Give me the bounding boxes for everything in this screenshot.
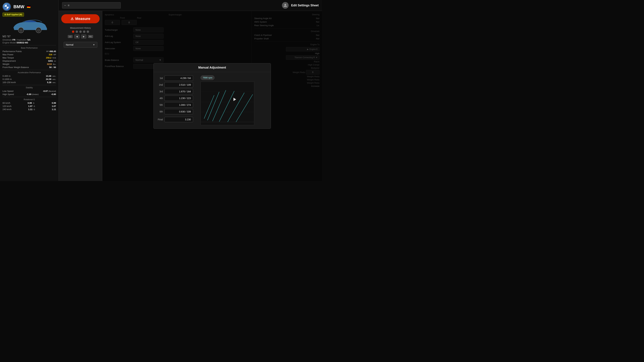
svg-point-4: [20, 29, 22, 31]
r1-badge: R1: [88, 35, 93, 38]
rotational-title: Rotational G: [2, 98, 56, 101]
bop-badge: ⚖ BoP Applied (M): [2, 12, 24, 16]
l1-badge: L1: [68, 35, 72, 38]
measure-button[interactable]: ⚠ Measure: [61, 14, 100, 23]
left-panel: BMW BMW 🇩🇪 ⚖ BoP Applied (M) M3: [0, 0, 59, 181]
gear-value-6[interactable]: 0.830 / 339: [164, 109, 193, 114]
base-performance-title: Base Performance: [2, 47, 56, 49]
top-bar: -- ≡ Edit Settings Sheet: [59, 0, 322, 11]
flag-icon: 🇩🇪: [27, 5, 30, 8]
svg-line-15: [219, 91, 234, 122]
modal-overlay[interactable]: Manual Adjustment 1st 4.230 / 64 2nd 2.5…: [102, 11, 322, 181]
rpm-badge: 7500 rpm: [200, 75, 214, 80]
gear-row-2: 2nd 2.510 / 109: [157, 82, 200, 87]
gear-value-3[interactable]: 1.670 / 164: [164, 89, 193, 94]
svg-point-7: [284, 4, 286, 5]
accel-title: Acceleration Performance: [2, 71, 56, 74]
prev-button[interactable]: ◀: [74, 34, 80, 38]
pp-row: Performance Points PP 498.45: [2, 50, 56, 53]
svg-line-14: [212, 90, 226, 121]
measurement-history: Measurement History L1 ◀ ▶ R1: [68, 27, 93, 38]
stability-title: Stability: [2, 86, 56, 89]
svg-line-16: [228, 93, 244, 122]
brand-header: BMW BMW 🇩🇪: [2, 2, 56, 11]
low-speed-row: Low Speed -0.07 (Neutral): [2, 90, 56, 92]
gear-value-5[interactable]: 1.000 / 274: [164, 102, 193, 108]
search-text: --: [64, 4, 66, 7]
edit-settings-button[interactable]: Edit Settings Sheet: [291, 4, 319, 7]
car-model: M3 '97: [2, 35, 56, 38]
gear-row-4: 4th 1.230 / 223: [157, 95, 200, 101]
fw-balance-row: Front-Rear Weight Balance 50 : 50: [2, 66, 56, 68]
modal-body: 1st 4.230 / 64 2nd 2.510 / 109 3rd 1.670…: [154, 72, 271, 129]
menu-icon[interactable]: ≡: [68, 4, 70, 7]
max-torque-row: Max Torque 258.2 ft-lb: [2, 56, 56, 59]
modal-title: Manual Adjustment: [154, 63, 271, 72]
svg-line-12: [204, 95, 214, 119]
final-value[interactable]: 3.230: [164, 117, 193, 122]
normal-dropdown-row: Normal ▼: [64, 42, 97, 48]
gear-value-2[interactable]: 2.510 / 109: [164, 82, 193, 87]
final-row: Final 3.230: [157, 117, 200, 122]
history-dots: [68, 30, 93, 33]
measure-area: ⚠ Measure Measurement History L1 ◀ ▶ R1 …: [59, 11, 102, 181]
svg-text:BMW: BMW: [6, 8, 8, 9]
r240-row: 240 km/h 1.11 G 1.11: [2, 108, 56, 111]
car-image: [11, 19, 48, 34]
alert-icon: ⚠: [70, 17, 74, 21]
svg-line-17: [236, 94, 253, 122]
brand-name: BMW: [14, 4, 24, 9]
manual-adjustment-modal: Manual Adjustment 1st 4.230 / 64 2nd 2.5…: [154, 63, 271, 129]
gear-row-3: 3rd 1.670 / 164: [157, 89, 200, 94]
main-content: ⚠ Measure Measurement History L1 ◀ ▶ R1 …: [59, 11, 322, 181]
search-bar[interactable]: -- ≡: [62, 2, 121, 8]
history-dot-4[interactable]: [83, 30, 85, 33]
gear-table: 1st 4.230 / 64 2nd 2.510 / 109 3rd 1.670…: [157, 75, 200, 125]
bmw-logo: BMW: [2, 2, 11, 11]
r120-row: 120 km/h 1.07 G 1.07: [2, 105, 56, 107]
svg-point-6: [37, 29, 40, 31]
gear-value-1[interactable]: 4.230 / 64: [164, 75, 193, 81]
r60-row: 60 km/h 0.99 G 0.99: [2, 102, 56, 104]
high-speed-row: High Speed -0.80 (Under) -0.80: [2, 93, 56, 95]
weight-row: Weight 3219 lbs.: [2, 63, 56, 65]
svg-line-13: [208, 92, 219, 120]
history-dot-5[interactable]: [87, 30, 89, 33]
engine-model-value: S50B32-M3: [16, 41, 28, 44]
gear-row-1: 1st 4.230 / 64: [157, 75, 200, 81]
max-power-row: Max Power 316 HP: [2, 53, 56, 56]
gear-row-5: 5th 1.000 / 274: [157, 102, 200, 108]
aspiration-value: NA: [27, 38, 30, 41]
nav-arrows: L1 ◀ ▶ R1: [68, 34, 93, 38]
displacement-row: Displacement 3201 cc: [2, 60, 56, 62]
history-dot-1[interactable]: [72, 30, 74, 33]
accel-400-row: 0-400 m 13.46 sec.: [2, 75, 56, 77]
drivetrain-line: Drivetrain FR / Aspiration NA: [2, 38, 56, 41]
gear-chart: 7500 rpm: [200, 75, 267, 125]
accel-100-150-row: 100-150 km/h 5.28 sec.: [2, 81, 56, 84]
gear-value-4[interactable]: 1.230 / 223: [164, 95, 193, 101]
next-button[interactable]: ▶: [81, 34, 86, 38]
gear-row-6: 6th 0.830 / 339: [157, 109, 200, 114]
dropdown-arrow-icon: ▼: [93, 43, 95, 46]
engine-model-line: Engine Model S50B32-M3: [2, 41, 56, 44]
history-dot-2[interactable]: [76, 30, 78, 33]
drivetrain-value: FR: [12, 38, 15, 41]
normal-dropdown[interactable]: Normal ▼: [64, 42, 97, 48]
user-avatar: [282, 2, 289, 9]
accel-1000-row: 0-1000 m 24.39 sec.: [2, 78, 56, 80]
history-title: Measurement History: [68, 27, 93, 29]
top-bar-right: Edit Settings Sheet: [282, 2, 319, 9]
history-dot-3[interactable]: [79, 30, 82, 33]
chart-area: [200, 82, 254, 125]
